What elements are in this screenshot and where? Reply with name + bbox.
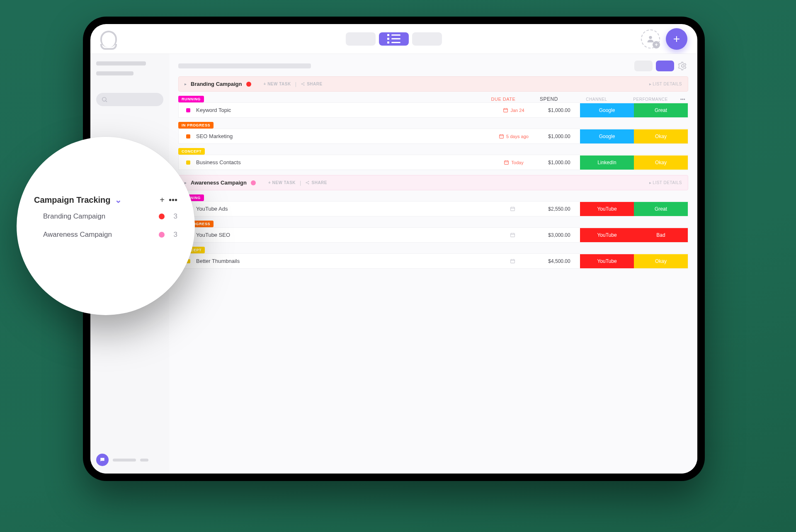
- task-due[interactable]: [489, 232, 539, 238]
- view-option-1[interactable]: [346, 32, 376, 46]
- task-name[interactable]: Better Thumbnails: [196, 258, 240, 264]
- task-row[interactable]: Business ContactsToday$1,000.00LinkedInO…: [178, 155, 688, 170]
- sidebar-list-item[interactable]: Branding Campaign3: [34, 212, 177, 221]
- task-spend[interactable]: $1,000.00: [539, 134, 580, 139]
- status-square-icon[interactable]: [186, 108, 190, 112]
- chevron-right-icon[interactable]: ▸: [184, 82, 187, 86]
- add-list-button[interactable]: +: [160, 195, 165, 205]
- svg-point-5: [303, 83, 304, 83]
- svg-rect-26: [511, 207, 515, 211]
- task-due[interactable]: Jan 24: [489, 107, 539, 113]
- header-toggle-1[interactable]: [634, 61, 653, 71]
- task-channel[interactable]: YouTube: [580, 202, 634, 216]
- columns-more-button[interactable]: •••: [677, 97, 688, 102]
- task-due[interactable]: [489, 258, 539, 264]
- header-toggle-2[interactable]: [656, 61, 674, 71]
- task-name[interactable]: SEO Marketing: [196, 133, 233, 139]
- task-spend[interactable]: $1,000.00: [539, 160, 580, 165]
- group-color-dot: [251, 180, 256, 185]
- topbar: + +: [90, 24, 697, 54]
- status-square-icon[interactable]: [186, 160, 190, 165]
- svg-point-4: [301, 84, 302, 85]
- sidebar-list-item[interactable]: Awareness Campaign3: [34, 231, 177, 239]
- sidebar-skeleton: [113, 459, 136, 462]
- svg-rect-34: [511, 260, 515, 263]
- task-channel[interactable]: YouTube: [580, 254, 634, 268]
- list-count: 3: [174, 212, 177, 221]
- list-color-dot: [159, 232, 165, 238]
- share-button[interactable]: SHARE: [305, 180, 327, 185]
- svg-rect-13: [500, 135, 504, 138]
- svg-point-23: [308, 183, 309, 184]
- task-performance[interactable]: Okay: [634, 254, 688, 268]
- svg-rect-17: [505, 161, 509, 165]
- task-due[interactable]: [489, 206, 539, 211]
- task-name[interactable]: Keyword Topic: [196, 107, 231, 113]
- task-name[interactable]: YouTube Ads: [196, 206, 228, 212]
- task-spend[interactable]: $3,000.00: [539, 232, 580, 238]
- task-row[interactable]: SEO Marketing5 days ago$1,000.00GoogleOk…: [178, 129, 688, 144]
- sidebar-zoom-bubble: Campaign Tracking ⌄ + ••• Branding Campa…: [17, 137, 195, 315]
- task-channel[interactable]: Google: [580, 129, 634, 143]
- svg-point-21: [306, 182, 307, 183]
- list-name: Branding Campaign: [43, 212, 105, 221]
- task-row[interactable]: YouTube SEO$3,000.00YouTubeBad: [178, 227, 688, 243]
- invite-user-button[interactable]: +: [641, 29, 660, 49]
- task-channel[interactable]: Google: [580, 103, 634, 117]
- svg-point-22: [308, 181, 309, 182]
- task-spend[interactable]: $1,000.00: [539, 107, 580, 113]
- calendar-icon: [503, 107, 508, 113]
- task-performance[interactable]: Okay: [634, 155, 688, 170]
- plus-badge-icon: +: [653, 41, 660, 49]
- space-title[interactable]: Campaign Tracking: [34, 195, 111, 205]
- task-row[interactable]: Keyword TopicJan 24$1,000.00GoogleGreat: [178, 102, 688, 118]
- status-tag[interactable]: CONCEPT: [178, 148, 205, 155]
- list-color-dot: [159, 214, 165, 219]
- main-header: [178, 61, 688, 71]
- view-option-list[interactable]: [379, 32, 409, 46]
- task-channel[interactable]: LinkedIn: [580, 155, 634, 170]
- task-due[interactable]: Today: [489, 160, 539, 165]
- task-name[interactable]: Business Contacts: [196, 159, 241, 165]
- chevron-down-icon[interactable]: ⌄: [115, 195, 122, 205]
- status-row: CONCEPT: [178, 247, 688, 253]
- svg-point-0: [649, 36, 652, 39]
- group-header: ▸Awareness Campaign+ NEW TASK| SHARE▸ LI…: [178, 175, 688, 190]
- svg-rect-30: [511, 233, 515, 237]
- new-task-button[interactable]: + NEW TASK: [264, 82, 291, 86]
- group-title[interactable]: Branding Campaign: [191, 81, 242, 87]
- task-performance[interactable]: Okay: [634, 129, 688, 143]
- task-row[interactable]: YouTube Ads$2,550.00YouTubeGreat: [178, 201, 688, 216]
- space-more-button[interactable]: •••: [169, 195, 177, 205]
- new-task-button[interactable]: + NEW TASK: [268, 180, 296, 185]
- task-performance[interactable]: Great: [634, 202, 688, 216]
- view-option-3[interactable]: [412, 32, 442, 46]
- task-spend[interactable]: $4,500.00: [539, 258, 580, 264]
- chevron-right-icon[interactable]: ▸: [184, 180, 187, 185]
- task-performance[interactable]: Great: [634, 103, 688, 117]
- settings-icon[interactable]: [677, 61, 688, 71]
- task-channel[interactable]: YouTube: [580, 228, 634, 242]
- status-tag[interactable]: IN PROGRESS: [178, 122, 214, 129]
- sidebar-footer: [96, 454, 163, 466]
- list-details-button[interactable]: ▸ LIST DETAILS: [649, 82, 682, 86]
- task-spend[interactable]: $2,550.00: [539, 206, 580, 212]
- share-button[interactable]: SHARE: [301, 82, 323, 86]
- status-tag[interactable]: RUNNING: [178, 96, 204, 102]
- status-square-icon[interactable]: [186, 134, 190, 138]
- chat-button[interactable]: [96, 454, 109, 466]
- task-due[interactable]: 5 days ago: [489, 134, 539, 139]
- calendar-icon: [510, 232, 515, 238]
- task-name[interactable]: YouTube SEO: [196, 232, 230, 238]
- col-spend: SPEND: [528, 96, 570, 102]
- group-title[interactable]: Awareness Campaign: [191, 180, 247, 186]
- list-details-button[interactable]: ▸ LIST DETAILS: [649, 180, 682, 185]
- create-button[interactable]: +: [666, 28, 687, 50]
- search-input[interactable]: [96, 93, 163, 106]
- group-color-dot: [246, 82, 251, 87]
- app-logo-icon[interactable]: [100, 31, 117, 47]
- task-performance[interactable]: Bad: [634, 228, 688, 242]
- calendar-icon: [510, 258, 515, 264]
- task-row[interactable]: Better Thumbnails$4,500.00YouTubeOkay: [178, 253, 688, 269]
- search-icon: [101, 96, 108, 103]
